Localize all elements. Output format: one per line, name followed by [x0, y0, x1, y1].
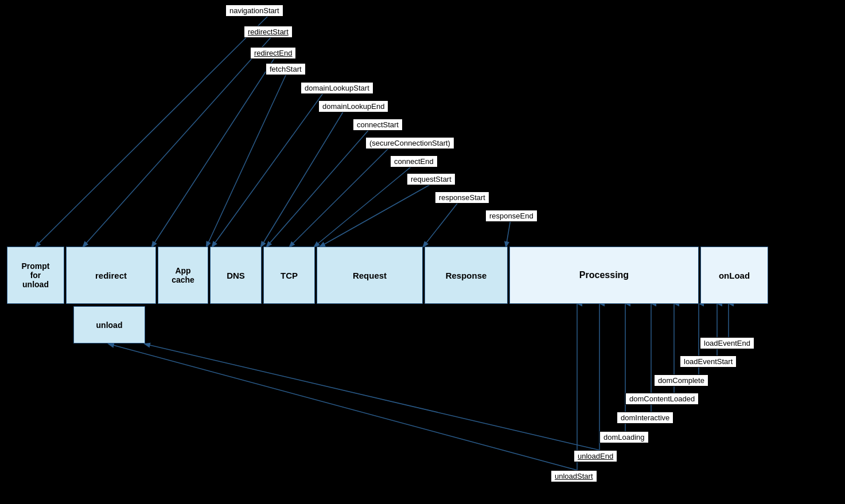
- label-domInteractive: domInteractive: [617, 412, 673, 424]
- label-responseStart: responseStart: [435, 192, 489, 204]
- label-responseEnd: responseEnd: [485, 210, 538, 222]
- phase-processing: Processing: [509, 247, 699, 304]
- label-domContentLoaded: domContentLoaded: [625, 393, 699, 405]
- svg-line-20: [109, 344, 577, 470]
- svg-line-5: [261, 110, 344, 247]
- label-redirectEnd: redirectEnd: [250, 47, 296, 59]
- label-unloadStart: unloadStart: [551, 470, 597, 482]
- phase-dns: DNS: [210, 247, 262, 304]
- label-loadEventEnd: loadEventEnd: [700, 337, 754, 349]
- label-domComplete: domComplete: [654, 374, 708, 386]
- phase-redirect: redirect: [66, 247, 156, 304]
- phase-prompt: Promptforunload: [7, 247, 64, 304]
- svg-line-11: [506, 220, 511, 247]
- label-domainLookupStart: domainLookupStart: [301, 82, 373, 94]
- label-fetchStart: fetchStart: [266, 63, 306, 75]
- unload-block: unload: [73, 306, 145, 343]
- phase-onload: onLoad: [700, 247, 768, 304]
- svg-line-10: [423, 201, 459, 247]
- svg-line-6: [267, 128, 370, 247]
- diagram-container: Promptforunload redirect Appcache DNS TC…: [0, 0, 845, 504]
- label-requestStart: requestStart: [407, 173, 455, 185]
- phase-request: Request: [317, 247, 423, 304]
- svg-line-21: [145, 344, 599, 450]
- phase-response: Response: [425, 247, 508, 304]
- label-domLoading: domLoading: [599, 431, 649, 443]
- svg-line-2: [152, 57, 275, 247]
- label-unloadEnd: unloadEnd: [574, 450, 617, 462]
- label-loadEventStart: loadEventStart: [680, 355, 737, 368]
- svg-line-9: [320, 183, 433, 247]
- phase-tcp: TCP: [263, 247, 315, 304]
- svg-line-0: [36, 14, 270, 247]
- label-navigationStart: navigationStart: [225, 5, 283, 17]
- phase-appcache: Appcache: [158, 247, 208, 304]
- label-redirectStart: redirectStart: [244, 26, 293, 38]
- label-connectEnd: connectEnd: [390, 155, 438, 167]
- label-secureConnectionStart: (secureConnectionStart): [365, 137, 454, 149]
- svg-line-4: [212, 92, 324, 247]
- svg-line-8: [314, 165, 413, 247]
- label-connectStart: connectStart: [353, 119, 403, 131]
- label-domainLookupEnd: domainLookupEnd: [318, 100, 388, 112]
- svg-line-1: [83, 36, 272, 247]
